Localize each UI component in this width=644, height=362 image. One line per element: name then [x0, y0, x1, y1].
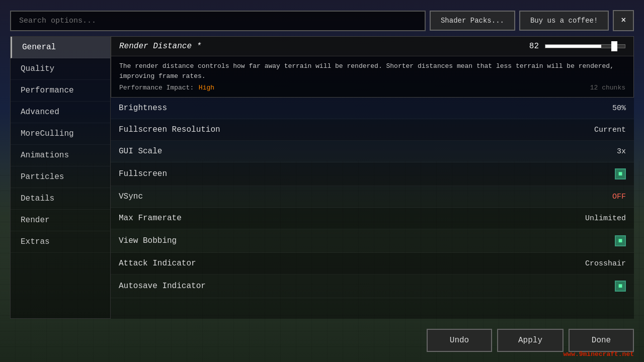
sidebar-item-general[interactable]: General: [11, 37, 110, 58]
shader-packs-button[interactable]: Shader Packs...: [430, 11, 515, 31]
content-area: General Quality Performance Advanced Mor…: [10, 36, 634, 319]
setting-name-brightness: Brightness: [119, 104, 612, 113]
setting-name-attack-indicator: Attack Indicator: [119, 259, 585, 268]
setting-value-max-framerate: Unlimited: [585, 214, 626, 223]
setting-name-fullscreen: Fullscreen: [119, 169, 615, 178]
sidebar-item-moreculling[interactable]: MoreCulling: [11, 123, 110, 145]
view-bobbing-toggle[interactable]: ■: [615, 235, 626, 246]
render-distance-info: The render distance controls how far awa…: [111, 56, 633, 97]
apply-button[interactable]: Apply: [497, 329, 564, 352]
fullscreen-toggle[interactable]: ■: [615, 168, 626, 179]
setting-name-max-framerate: Max Framerate: [119, 214, 585, 223]
setting-value-fullscreen-resolution: Current: [594, 126, 626, 134]
autosave-toggle[interactable]: ■: [615, 281, 626, 292]
setting-row-fullscreen[interactable]: Fullscreen ■: [111, 162, 634, 186]
render-distance-slider[interactable]: [545, 44, 625, 48]
setting-row-fullscreen-resolution[interactable]: Fullscreen Resolution Current: [111, 119, 634, 141]
ui-overlay: Shader Packs... Buy us a coffee! × Gener…: [0, 0, 644, 362]
performance-value-text: High: [199, 84, 214, 92]
sidebar-item-render[interactable]: Render: [11, 210, 110, 231]
sidebar-item-performance[interactable]: Performance: [11, 80, 110, 102]
sidebar-item-advanced[interactable]: Advanced: [11, 102, 110, 123]
setting-value-gui-scale: 3x: [617, 147, 626, 156]
top-bar: Shader Packs... Buy us a coffee! ×: [10, 10, 634, 31]
sidebar-item-particles[interactable]: Particles: [11, 166, 110, 188]
performance-impact-row: Performance Impact: High: [119, 83, 214, 92]
setting-row-attack-indicator[interactable]: Attack Indicator Crosshair: [111, 253, 634, 275]
sidebar-item-quality[interactable]: Quality: [11, 58, 110, 80]
render-distance-section: Render Distance * 82 The render distance…: [111, 36, 634, 98]
chunks-label: 12 chunks: [590, 84, 625, 92]
settings-list: Brightness 50% Fullscreen Resolution Cur…: [111, 98, 634, 319]
render-distance-value: 82: [529, 42, 539, 51]
setting-value-attack-indicator: Crosshair: [585, 259, 626, 268]
setting-row-max-framerate[interactable]: Max Framerate Unlimited: [111, 208, 634, 229]
setting-row-vsync[interactable]: VSync OFF: [111, 186, 634, 208]
performance-info-row: Performance Impact: High 12 chunks: [119, 83, 625, 92]
setting-name-gui-scale: GUI Scale: [119, 147, 617, 156]
setting-name-fullscreen-resolution: Fullscreen Resolution: [119, 125, 594, 134]
undo-button[interactable]: Undo: [427, 329, 492, 352]
setting-name-vsync: VSync: [119, 192, 612, 201]
search-input[interactable]: [10, 11, 426, 31]
setting-row-autosave-indicator[interactable]: Autosave Indicator ■: [111, 275, 634, 298]
setting-name-view-bobbing: View Bobbing: [119, 236, 615, 245]
sidebar-item-animations[interactable]: Animations: [11, 145, 110, 166]
setting-row-view-bobbing[interactable]: View Bobbing ■: [111, 229, 634, 253]
setting-value-brightness: 50%: [612, 104, 626, 113]
render-distance-label: Render Distance *: [119, 42, 529, 51]
setting-value-vsync: OFF: [612, 193, 626, 201]
render-distance-row[interactable]: Render Distance * 82: [111, 37, 633, 56]
setting-name-autosave-indicator: Autosave Indicator: [119, 282, 615, 291]
bottom-bar: Undo Apply Done: [10, 324, 634, 352]
coffee-button[interactable]: Buy us a coffee!: [519, 11, 609, 31]
sidebar-item-details[interactable]: Details: [11, 188, 110, 210]
close-button[interactable]: ×: [613, 10, 634, 31]
watermark: www.9minecraft.net: [564, 350, 634, 358]
sidebar: General Quality Performance Advanced Mor…: [10, 36, 111, 319]
setting-row-gui-scale[interactable]: GUI Scale 3x: [111, 141, 634, 162]
setting-row-brightness[interactable]: Brightness 50%: [111, 98, 634, 119]
render-distance-info-text: The render distance controls how far awa…: [119, 61, 625, 81]
performance-label: Performance Impact:: [119, 84, 194, 92]
settings-panel: Render Distance * 82 The render distance…: [111, 36, 634, 319]
sidebar-item-extras[interactable]: Extras: [11, 231, 110, 253]
done-button[interactable]: Done: [569, 329, 634, 352]
render-distance-slider-container: [545, 44, 625, 48]
